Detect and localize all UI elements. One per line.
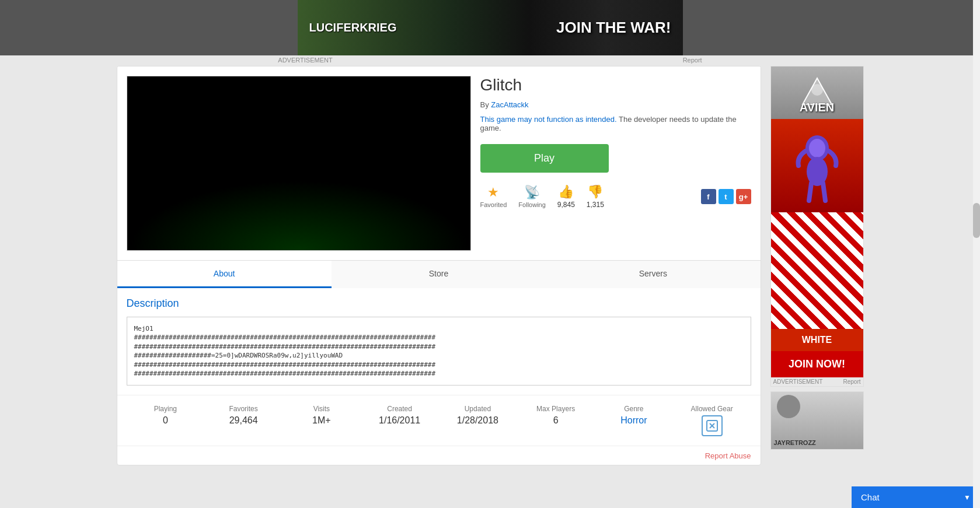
stat-max-players: Max Players 6 xyxy=(517,405,595,436)
stat-visits: Visits 1M+ xyxy=(283,405,361,436)
game-warning: This game may not function as intended. … xyxy=(480,115,751,132)
svg-point-6 xyxy=(809,139,825,157)
created-label: Created xyxy=(387,405,412,413)
description-line1: ########################################… xyxy=(134,333,744,342)
scrollbar[interactable] xyxy=(973,0,980,465)
stat-allowed-gear: Allowed Gear xyxy=(673,405,751,436)
following-label: Following xyxy=(518,201,545,208)
game-thumbnail-overlay xyxy=(127,180,470,250)
play-button[interactable]: Play xyxy=(480,144,609,173)
googleplus-share-button[interactable]: g+ xyxy=(736,189,751,204)
sidebar-stripe xyxy=(771,212,863,329)
join-now-label: JOIN NOW! xyxy=(789,358,845,370)
max-players-value: 6 xyxy=(553,415,559,426)
stat-updated: Updated 1/28/2018 xyxy=(439,405,517,436)
top-ad-label: LUCIFERKRIEG xyxy=(309,21,397,34)
stat-playing: Playing 0 xyxy=(127,405,205,436)
description-section: Description MejO1 ######################… xyxy=(117,288,761,395)
avatar-placeholder xyxy=(777,395,800,418)
game-thumbnail xyxy=(127,76,471,251)
description-prefix: MejO1 xyxy=(134,324,744,333)
top-ad-banner: LUCIFERKRIEG JOIN THE WAR! xyxy=(0,0,980,55)
game-section: Glitch By ZacAttackk This game may not f… xyxy=(117,66,761,260)
white-text: WHITE xyxy=(802,335,832,345)
description-box: MejO1 ##################################… xyxy=(127,317,751,386)
avien-text: AVIEN xyxy=(800,101,835,114)
description-title: Description xyxy=(127,297,751,310)
tab-store[interactable]: Store xyxy=(332,261,546,288)
game-by: By ZacAttackk xyxy=(480,100,751,109)
scrollbar-thumb[interactable] xyxy=(973,203,980,238)
creator-link[interactable]: ZacAttackk xyxy=(491,100,528,109)
thumbs-up-action[interactable]: 👍 9,845 xyxy=(557,184,575,209)
playing-value: 0 xyxy=(163,415,168,426)
stats-section: Playing 0 Favorites 29,464 Visits 1M+ Cr… xyxy=(117,395,761,446)
avien-header: AVIEN xyxy=(771,66,863,119)
visits-value: 1M+ xyxy=(312,415,331,426)
jayretrozz-label: JAYRETROZZ xyxy=(774,439,816,446)
tabs: About Store Servers xyxy=(117,260,761,288)
allowed-gear-icon xyxy=(702,415,723,436)
top-ad-inner: LUCIFERKRIEG JOIN THE WAR! xyxy=(298,0,683,55)
favorites-value: 29,464 xyxy=(229,415,258,426)
sidebar-ad-meta: ADVERTISEMENT Report xyxy=(771,377,863,386)
max-players-label: Max Players xyxy=(536,405,575,413)
center-content: Glitch By ZacAttackk This game may not f… xyxy=(117,66,761,465)
description-line2: ########################################… xyxy=(134,342,744,351)
game-actions: ★ Favorited 📡 Following 👍 9,845 👎 1,315 xyxy=(480,184,751,209)
stat-created: Created 1/16/2011 xyxy=(361,405,439,436)
warning-link[interactable]: This game may not function as intended. xyxy=(480,115,617,124)
visits-label: Visits xyxy=(313,405,330,413)
sidebar-ad2-inner: JAYRETROZZ xyxy=(771,392,863,449)
right-sidebar: AVIEN xyxy=(770,66,864,465)
sidebar-ad-1: AVIEN xyxy=(770,66,864,387)
report-abuse-link[interactable]: Report Abuse xyxy=(705,451,751,460)
join-now-button[interactable]: JOIN NOW! xyxy=(771,351,863,377)
sidebar-report[interactable]: Report xyxy=(843,379,860,385)
top-ad-advertisement-label: ADVERTISEMENT xyxy=(278,57,332,64)
main-layout: Glitch By ZacAttackk This game may not f… xyxy=(111,66,870,465)
sidebar-ad-label: ADVERTISEMENT xyxy=(773,379,823,385)
genre-value[interactable]: Horror xyxy=(620,415,647,426)
favorited-action[interactable]: ★ Favorited xyxy=(480,185,507,208)
description-line4: ########################################… xyxy=(134,360,744,369)
facebook-share-button[interactable]: f xyxy=(701,189,716,204)
playing-label: Playing xyxy=(154,405,177,413)
game-info: Glitch By ZacAttackk This game may not f… xyxy=(480,76,751,251)
thumbs-down-action[interactable]: 👎 1,315 xyxy=(587,184,604,209)
avien-character-area xyxy=(771,119,863,212)
star-icon: ★ xyxy=(487,185,499,200)
top-ad-meta: ADVERTISEMENT Report xyxy=(0,55,980,66)
thumbs-down-count: 1,315 xyxy=(587,201,604,209)
tab-servers[interactable]: Servers xyxy=(546,261,760,288)
following-action[interactable]: 📡 Following xyxy=(518,185,545,208)
allowed-gear-label: Allowed Gear xyxy=(691,405,733,413)
game-title: Glitch xyxy=(480,76,751,94)
svg-point-4 xyxy=(811,84,823,96)
report-abuse: Report Abuse xyxy=(117,446,761,465)
rss-icon: 📡 xyxy=(524,185,540,200)
thumbs-down-icon: 👎 xyxy=(587,184,603,199)
description-line3: ####################=25=0]wDARDWROSRa09w… xyxy=(134,351,744,360)
favorited-label: Favorited xyxy=(480,201,507,208)
top-ad-report[interactable]: Report xyxy=(683,57,702,64)
updated-value: 1/28/2018 xyxy=(457,415,498,426)
tab-about[interactable]: About xyxy=(117,261,332,288)
twitter-share-button[interactable]: t xyxy=(719,189,734,204)
thumbs-up-icon: 👍 xyxy=(558,184,574,199)
social-icons: f t g+ xyxy=(701,189,751,204)
stat-genre: Genre Horror xyxy=(595,405,673,436)
thumbs-up-count: 9,845 xyxy=(557,201,575,209)
avien-character-svg xyxy=(788,125,846,206)
description-glitch: MejO1 ##################################… xyxy=(134,324,744,378)
stats-grid: Playing 0 Favorites 29,464 Visits 1M+ Cr… xyxy=(127,405,751,436)
stat-favorites: Favorites 29,464 xyxy=(204,405,283,436)
sidebar-ad-2: JAYRETROZZ xyxy=(770,391,864,450)
updated-label: Updated xyxy=(465,405,491,413)
favorites-label: Favorites xyxy=(229,405,257,413)
description-line5: ########################################… xyxy=(134,369,744,378)
white-label: WHITE xyxy=(771,329,863,351)
created-value: 1/16/2011 xyxy=(379,415,420,426)
top-ad-cta: JOIN THE WAR! xyxy=(556,19,671,37)
by-label: By xyxy=(480,100,489,109)
